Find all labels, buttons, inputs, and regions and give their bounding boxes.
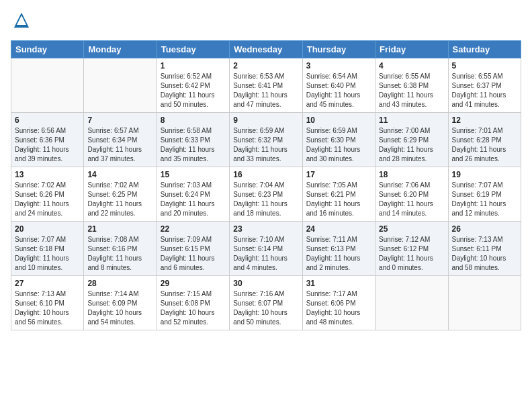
day-number: 23 [233,224,298,234]
cell-content: Sunrise: 7:11 AMSunset: 6:13 PMDaylight:… [306,235,371,273]
day-number: 28 [87,279,152,288]
cell-content: Sunrise: 6:54 AMSunset: 6:40 PMDaylight:… [306,72,371,109]
cell-content: Sunrise: 7:03 AMSunset: 6:24 PMDaylight:… [161,181,226,218]
week-row-4: 20Sunrise: 7:07 AMSunset: 6:18 PMDayligh… [11,222,521,276]
calendar-cell: 14Sunrise: 7:02 AMSunset: 6:25 PMDayligh… [84,167,157,222]
day-number: 27 [15,279,80,288]
cell-content: Sunrise: 7:17 AMSunset: 6:06 PMDaylight:… [306,289,371,327]
day-number: 13 [15,170,80,179]
weekday-saturday: Saturday [448,41,521,58]
weekday-thursday: Thursday [302,41,375,58]
cell-content: Sunrise: 7:15 AMSunset: 6:08 PMDaylight:… [161,289,226,327]
week-row-1: 1Sunrise: 6:52 AMSunset: 6:42 PMDaylight… [11,58,521,113]
day-number: 20 [15,224,80,234]
cell-content: Sunrise: 7:14 AMSunset: 6:09 PMDaylight:… [87,289,152,327]
day-number: 11 [379,116,444,125]
cell-content: Sunrise: 6:57 AMSunset: 6:34 PMDaylight:… [87,126,152,164]
calendar-cell: 4Sunrise: 6:55 AMSunset: 6:38 PMDaylight… [375,58,448,113]
cell-content: Sunrise: 7:06 AMSunset: 6:20 PMDaylight:… [379,181,444,218]
calendar-cell: 31Sunrise: 7:17 AMSunset: 6:06 PMDayligh… [302,276,375,330]
calendar-cell: 15Sunrise: 7:03 AMSunset: 6:24 PMDayligh… [157,167,229,222]
day-number: 24 [306,224,371,234]
cell-content: Sunrise: 7:07 AMSunset: 6:18 PMDaylight:… [15,235,80,273]
calendar-cell: 9Sunrise: 6:59 AMSunset: 6:32 PMDaylight… [230,113,302,167]
calendar-cell: 7Sunrise: 6:57 AMSunset: 6:34 PMDaylight… [84,113,157,167]
day-number: 6 [15,116,80,125]
day-number: 26 [452,224,517,234]
day-number: 3 [306,61,371,71]
calendar-cell: 29Sunrise: 7:15 AMSunset: 6:08 PMDayligh… [157,276,229,330]
calendar-cell: 8Sunrise: 6:58 AMSunset: 6:33 PMDaylight… [157,113,229,167]
day-number: 16 [233,170,298,179]
cell-content: Sunrise: 6:56 AMSunset: 6:36 PMDaylight:… [15,126,80,164]
calendar-cell: 16Sunrise: 7:04 AMSunset: 6:23 PMDayligh… [230,167,302,222]
calendar-cell: 30Sunrise: 7:16 AMSunset: 6:07 PMDayligh… [230,276,302,330]
cell-content: Sunrise: 6:59 AMSunset: 6:30 PMDaylight:… [306,126,371,164]
weekday-wednesday: Wednesday [230,41,302,58]
day-number: 30 [233,279,298,288]
day-number: 8 [161,116,226,125]
cell-content: Sunrise: 7:00 AMSunset: 6:29 PMDaylight:… [379,126,444,164]
cell-content: Sunrise: 7:12 AMSunset: 6:12 PMDaylight:… [379,235,444,273]
day-number: 5 [452,61,517,71]
calendar-cell [375,276,448,330]
logo [11,11,34,34]
cell-content: Sunrise: 7:13 AMSunset: 6:11 PMDaylight:… [452,235,517,273]
cell-content: Sunrise: 6:53 AMSunset: 6:41 PMDaylight:… [233,72,298,109]
cell-content: Sunrise: 6:55 AMSunset: 6:37 PMDaylight:… [452,72,517,109]
weekday-tuesday: Tuesday [157,41,229,58]
cell-content: Sunrise: 7:04 AMSunset: 6:23 PMDaylight:… [233,181,298,218]
cell-content: Sunrise: 7:05 AMSunset: 6:21 PMDaylight:… [306,181,371,218]
calendar-cell: 21Sunrise: 7:08 AMSunset: 6:16 PMDayligh… [84,222,157,276]
weekday-friday: Friday [375,41,448,58]
weekday-monday: Monday [84,41,157,58]
calendar-cell: 3Sunrise: 6:54 AMSunset: 6:40 PMDaylight… [302,58,375,113]
calendar-cell: 12Sunrise: 7:01 AMSunset: 6:28 PMDayligh… [448,113,521,167]
calendar-cell: 1Sunrise: 6:52 AMSunset: 6:42 PMDaylight… [157,58,229,113]
cell-content: Sunrise: 7:16 AMSunset: 6:07 PMDaylight:… [233,289,298,327]
week-row-2: 6Sunrise: 6:56 AMSunset: 6:36 PMDaylight… [11,113,521,167]
day-number: 31 [306,279,371,288]
day-number: 18 [379,170,444,179]
cell-content: Sunrise: 7:10 AMSunset: 6:14 PMDaylight:… [233,235,298,273]
calendar-cell: 22Sunrise: 7:09 AMSunset: 6:15 PMDayligh… [157,222,229,276]
calendar-cell: 24Sunrise: 7:11 AMSunset: 6:13 PMDayligh… [302,222,375,276]
weekday-sunday: Sunday [11,41,84,58]
calendar-cell: 23Sunrise: 7:10 AMSunset: 6:14 PMDayligh… [230,222,302,276]
calendar-cell: 20Sunrise: 7:07 AMSunset: 6:18 PMDayligh… [11,222,84,276]
calendar-cell: 25Sunrise: 7:12 AMSunset: 6:12 PMDayligh… [375,222,448,276]
page-header [11,11,521,34]
calendar-cell: 6Sunrise: 6:56 AMSunset: 6:36 PMDaylight… [11,113,84,167]
day-number: 21 [87,224,152,234]
day-number: 2 [233,61,298,71]
day-number: 9 [233,116,298,125]
calendar-cell: 2Sunrise: 6:53 AMSunset: 6:41 PMDaylight… [230,58,302,113]
day-number: 1 [161,61,226,71]
calendar-cell [11,58,84,113]
day-number: 12 [452,116,517,125]
cell-content: Sunrise: 6:59 AMSunset: 6:32 PMDaylight:… [233,126,298,164]
cell-content: Sunrise: 6:52 AMSunset: 6:42 PMDaylight:… [161,72,226,109]
calendar-cell: 17Sunrise: 7:05 AMSunset: 6:21 PMDayligh… [302,167,375,222]
day-number: 7 [87,116,152,125]
week-row-5: 27Sunrise: 7:13 AMSunset: 6:10 PMDayligh… [11,276,521,330]
calendar-cell: 19Sunrise: 7:07 AMSunset: 6:19 PMDayligh… [448,167,521,222]
cell-content: Sunrise: 7:02 AMSunset: 6:26 PMDaylight:… [15,181,80,218]
cell-content: Sunrise: 7:13 AMSunset: 6:10 PMDaylight:… [15,289,80,327]
day-number: 22 [161,224,226,234]
calendar-cell: 18Sunrise: 7:06 AMSunset: 6:20 PMDayligh… [375,167,448,222]
cell-content: Sunrise: 6:58 AMSunset: 6:33 PMDaylight:… [161,126,226,164]
calendar-cell [448,276,521,330]
cell-content: Sunrise: 7:08 AMSunset: 6:16 PMDaylight:… [87,235,152,273]
day-number: 4 [379,61,444,71]
day-number: 17 [306,170,371,179]
calendar-cell [84,58,157,113]
cell-content: Sunrise: 6:55 AMSunset: 6:38 PMDaylight:… [379,72,444,109]
cell-content: Sunrise: 7:01 AMSunset: 6:28 PMDaylight:… [452,126,517,164]
calendar-table: SundayMondayTuesdayWednesdayThursdayFrid… [11,40,521,330]
calendar-cell: 11Sunrise: 7:00 AMSunset: 6:29 PMDayligh… [375,113,448,167]
day-number: 29 [161,279,226,288]
calendar-cell: 28Sunrise: 7:14 AMSunset: 6:09 PMDayligh… [84,276,157,330]
day-number: 14 [87,170,152,179]
cell-content: Sunrise: 7:02 AMSunset: 6:25 PMDaylight:… [87,181,152,218]
